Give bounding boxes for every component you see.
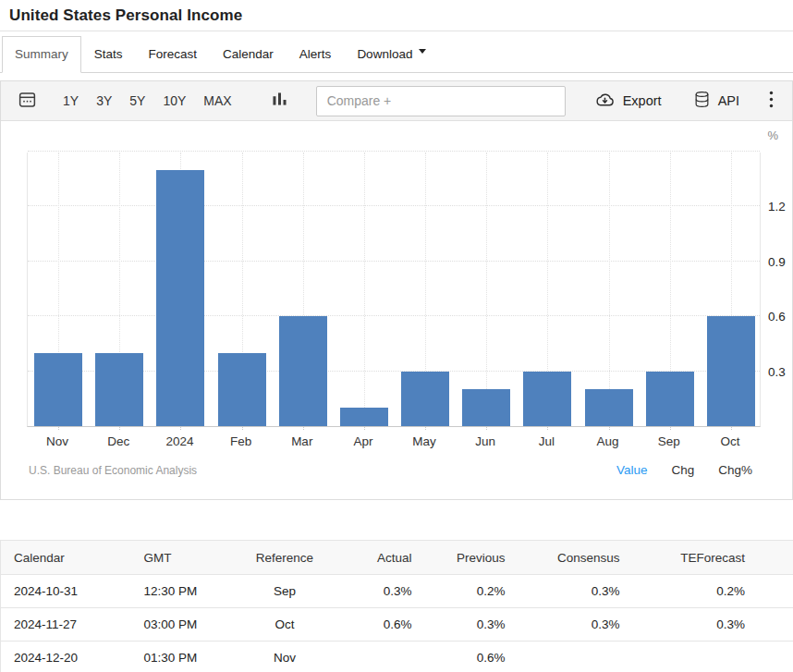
page-header: United States Personal Income — [0, 0, 793, 31]
column-header-consensus: Consensus — [509, 541, 623, 575]
table-cell: 0.3% — [338, 575, 417, 608]
tab-label: Forecast — [149, 47, 198, 61]
tab-calendar[interactable]: Calendar — [210, 36, 287, 73]
table-cell: 0.3% — [417, 608, 509, 641]
x-axis-tick — [731, 426, 732, 430]
bar-apr[interactable] — [340, 408, 388, 426]
gridline-horizontal — [28, 151, 760, 152]
column-header-actual: Actual — [338, 541, 417, 575]
table-cell: 2024-11-27 — [1, 608, 130, 641]
tab-summary[interactable]: Summary — [2, 36, 81, 73]
x-axis-tick — [58, 426, 59, 430]
table-cell: Sep — [232, 575, 338, 608]
bar-may[interactable] — [401, 372, 449, 426]
column-header-previous: Previous — [417, 541, 509, 575]
range-button-5y[interactable]: 5Y — [129, 92, 145, 110]
series-link-value[interactable]: Value — [616, 463, 648, 477]
tab-forecast[interactable]: Forecast — [136, 36, 211, 73]
x-axis-label: Oct — [702, 434, 758, 448]
bar-mar[interactable] — [279, 316, 327, 426]
bar-jul[interactable] — [523, 372, 571, 426]
compare-input[interactable] — [316, 86, 566, 116]
bar-sep[interactable] — [646, 372, 694, 426]
api-label: API — [718, 93, 739, 108]
gridline-horizontal — [28, 261, 760, 262]
range-button-3y[interactable]: 3Y — [96, 92, 112, 110]
table-cell: 01:30 PM — [130, 641, 232, 672]
series-link-chg[interactable]: Chg — [671, 463, 694, 477]
range-buttons: 1Y3Y5Y10YMAX — [63, 92, 232, 110]
x-axis-tick — [180, 426, 181, 430]
column-header-calendar: Calendar — [1, 541, 130, 575]
y-axis-label: 0.6 — [768, 309, 786, 325]
more-options-button[interactable] — [763, 87, 779, 115]
bar-chart-icon — [273, 92, 287, 110]
range-button-10y[interactable]: 10Y — [163, 92, 186, 110]
series-link-chgpct[interactable]: Chg% — [718, 463, 752, 477]
gridline-vertical — [364, 153, 365, 426]
bar-dec[interactable] — [95, 353, 143, 426]
source-label: U.S. Bureau of Economic Analysis — [29, 464, 197, 477]
x-axis-label: Apr — [336, 434, 391, 448]
date-range-picker-button[interactable] — [12, 86, 43, 116]
x-axis-tick — [303, 426, 304, 430]
x-axis-tick — [670, 426, 671, 430]
table-row: 2024-11-2703:00 PMOct0.6%0.3%0.3%0.3% — [1, 608, 793, 641]
table-header-row: CalendarGMTReferenceActualPreviousConsen… — [1, 541, 793, 575]
bar-aug[interactable] — [585, 389, 633, 426]
api-button[interactable]: API — [691, 86, 741, 116]
x-axis-label: Nov — [30, 434, 85, 448]
table-cell: 0.3% — [623, 608, 793, 641]
tab-label: Alerts — [299, 47, 332, 61]
calendar-table: CalendarGMTReferenceActualPreviousConsen… — [0, 540, 793, 672]
plot-area — [27, 153, 761, 427]
x-axis-tick — [547, 426, 548, 430]
series-links: ValueChgChg% — [616, 463, 752, 477]
bar-2024[interactable] — [156, 170, 204, 426]
x-axis-label: Aug — [580, 434, 636, 448]
y-axis-label: 0.9 — [768, 254, 786, 271]
x-axis-tick — [609, 426, 610, 430]
bar-oct[interactable] — [707, 316, 755, 426]
table-row: 2024-10-3112:30 PMSep0.3%0.2%0.3%0.2% — [1, 575, 793, 608]
tab-label: Calendar — [223, 47, 274, 61]
y-axis-label: 1.2 — [768, 199, 786, 215]
bar-jun[interactable] — [462, 389, 510, 426]
table-cell — [623, 641, 793, 672]
tab-stats[interactable]: Stats — [81, 36, 136, 73]
chart-card: 1Y3Y5Y10YMAX Export — [0, 80, 793, 500]
x-axis-label: Jul — [518, 434, 574, 448]
column-header-reference: Reference — [232, 541, 338, 575]
table-cell: 2024-12-20 — [1, 641, 130, 672]
x-axis-label: Sep — [641, 434, 697, 448]
gridline-vertical — [609, 153, 610, 426]
table-body: 2024-10-3112:30 PMSep0.3%0.2%0.3%0.2%202… — [1, 575, 793, 672]
table-cell: 12:30 PM — [130, 575, 232, 608]
range-button-1y[interactable]: 1Y — [63, 92, 79, 110]
export-button[interactable]: Export — [592, 87, 664, 115]
y-axis-unit-label: % — [767, 128, 778, 142]
x-axis-tick — [119, 426, 120, 430]
calendar-icon — [18, 90, 37, 112]
gridline-vertical — [486, 153, 487, 426]
x-axis-tick — [425, 426, 426, 430]
tab-download[interactable]: Download — [344, 36, 439, 73]
chart-toolbar: 1Y3Y5Y10YMAX Export — [1, 81, 792, 121]
cloud-download-icon — [594, 91, 616, 111]
bar-nov[interactable] — [34, 353, 82, 426]
kebab-menu-icon — [769, 91, 774, 111]
tab-bar: SummaryStatsForecastCalendarAlertsDownlo… — [0, 31, 793, 73]
x-axis-label: May — [396, 434, 452, 448]
tab-alerts[interactable]: Alerts — [287, 36, 345, 73]
database-icon — [693, 90, 711, 112]
table-cell: 0.6% — [417, 641, 509, 672]
table-cell: Oct — [232, 608, 338, 641]
range-button-max[interactable]: MAX — [203, 92, 231, 110]
bar-feb[interactable] — [218, 353, 266, 426]
x-axis-label: Dec — [91, 434, 146, 448]
tab-label: Summary — [15, 47, 68, 61]
x-axis-label: Mar — [274, 434, 330, 448]
chart-type-button[interactable] — [267, 88, 292, 114]
table-cell: Nov — [232, 641, 338, 672]
x-axis-tick — [486, 426, 487, 430]
